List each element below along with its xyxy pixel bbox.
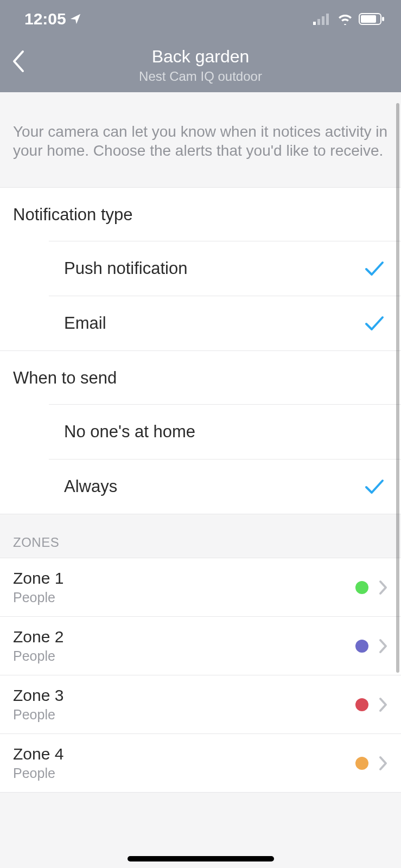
zone-color-dot — [355, 581, 368, 594]
zone-color-dot — [355, 698, 368, 711]
intro-text: Your camera can let you know when it not… — [0, 92, 401, 187]
zone-name: Zone 3 — [13, 686, 355, 705]
nav-header: Back garden Nest Cam IQ outdoor — [0, 38, 401, 92]
zone-sub: People — [13, 648, 355, 664]
option-email[interactable]: Email — [49, 296, 401, 350]
svg-rect-2 — [322, 16, 324, 25]
zone-row-2[interactable]: Zone 2 People — [0, 616, 401, 675]
check-icon — [364, 315, 385, 331]
content-scroll[interactable]: Your camera can let you know when it not… — [0, 92, 401, 868]
svg-rect-1 — [317, 19, 320, 25]
option-label: Push notification — [64, 259, 187, 278]
check-icon — [364, 478, 385, 495]
section-notification-type: Notification type Push notification Emai… — [0, 187, 401, 351]
zone-text: Zone 4 People — [13, 745, 355, 781]
svg-rect-0 — [313, 22, 316, 25]
chevron-right-icon — [378, 638, 388, 654]
zone-text: Zone 2 People — [13, 628, 355, 664]
zone-color-dot — [355, 757, 368, 770]
cellular-icon — [313, 13, 332, 25]
home-indicator[interactable] — [128, 856, 274, 861]
section-title-when-to-send: When to send — [0, 351, 401, 404]
check-icon — [364, 260, 385, 277]
zone-row-4[interactable]: Zone 4 People — [0, 733, 401, 793]
zone-sub: People — [13, 707, 355, 723]
option-label: No one's at home — [64, 422, 195, 442]
option-always[interactable]: Always — [49, 459, 401, 514]
zones-header: ZONES — [0, 514, 401, 558]
svg-rect-5 — [361, 15, 376, 23]
zone-color-dot — [355, 640, 368, 653]
status-time-group: 12:05 — [24, 10, 81, 28]
zone-text: Zone 1 People — [13, 569, 355, 605]
chevron-left-icon — [11, 49, 25, 73]
zone-text: Zone 3 People — [13, 686, 355, 723]
section-title-notification-type: Notification type — [0, 188, 401, 241]
svg-rect-3 — [326, 14, 329, 25]
location-icon — [69, 13, 81, 25]
status-time: 12:05 — [24, 10, 66, 28]
wifi-icon — [337, 13, 353, 25]
chevron-right-icon — [378, 697, 388, 713]
option-label: Always — [64, 477, 117, 496]
zone-name: Zone 1 — [13, 569, 355, 588]
chevron-right-icon — [378, 579, 388, 596]
page-subtitle: Nest Cam IQ outdoor — [11, 69, 390, 84]
chevron-right-icon — [378, 755, 388, 771]
scroll-indicator[interactable] — [396, 103, 399, 673]
status-bar: 12:05 — [0, 0, 401, 38]
option-no-one-home[interactable]: No one's at home — [49, 404, 401, 459]
nav-titles: Back garden Nest Cam IQ outdoor — [11, 47, 390, 84]
zone-row-3[interactable]: Zone 3 People — [0, 675, 401, 733]
page-title: Back garden — [11, 47, 390, 67]
zone-sub: People — [13, 765, 355, 781]
back-button[interactable] — [11, 49, 25, 75]
zone-sub: People — [13, 590, 355, 605]
zone-name: Zone 4 — [13, 745, 355, 763]
option-push-notification[interactable]: Push notification — [49, 241, 401, 296]
option-label: Email — [64, 314, 106, 333]
zone-name: Zone 2 — [13, 628, 355, 646]
battery-icon — [359, 13, 385, 25]
section-when-to-send: When to send No one's at home Always — [0, 351, 401, 514]
zone-row-1[interactable]: Zone 1 People — [0, 558, 401, 616]
svg-rect-6 — [382, 17, 384, 21]
status-indicators — [313, 13, 385, 25]
